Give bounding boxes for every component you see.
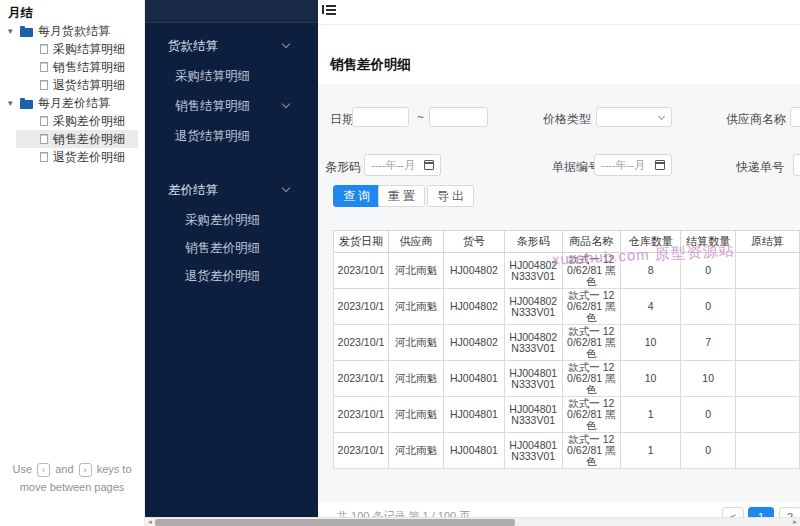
nav-item-1-1[interactable]: 销售差价明细 <box>185 240 260 256</box>
nav-sidebar-header <box>145 0 318 23</box>
scrollbar-thumb[interactable] <box>155 519 515 526</box>
cell-original <box>736 433 800 469</box>
nav-item-0-1[interactable]: 销售结算明细 <box>175 98 250 114</box>
date-placeholder: ----年--月 <box>601 158 655 173</box>
sidebar-tree: 月结 ▾每月货款结算采购结算明细销售结算明细退货结算明细▾每月差价结算采购差价明… <box>0 0 145 526</box>
cell-product: 款式一 120/62/81 黑色 <box>562 361 620 397</box>
nav-item-1-2[interactable]: 退货差价明细 <box>185 268 260 284</box>
nav-item-1-0[interactable]: 采购差价明细 <box>185 212 260 228</box>
tree-leaf-label: 采购差价明细 <box>53 113 125 130</box>
cell-item_no: HJ004802 <box>443 289 504 325</box>
tree-leaf-item[interactable]: 退货结算明细 <box>0 76 145 94</box>
cell-warehouse_qty: 8 <box>621 253 681 289</box>
supplier-input[interactable] <box>790 107 800 127</box>
cell-settle_qty: 10 <box>681 361 736 397</box>
cell-date: 2023/10/1 <box>334 289 389 325</box>
nav-item-label: 销售结算明细 <box>175 98 250 115</box>
tree-leaf-label: 退货结算明细 <box>53 77 125 94</box>
tree-leaf-label: 采购结算明细 <box>53 41 125 58</box>
column-header: 条形码 <box>504 231 562 253</box>
cell-warehouse_qty: 1 <box>621 397 681 433</box>
menu-fold-icon[interactable] <box>322 4 336 16</box>
hint-text: and <box>55 463 73 475</box>
query-button[interactable]: 查询 <box>333 185 380 207</box>
nav-item-0-0[interactable]: 采购结算明细 <box>175 68 250 84</box>
cell-date: 2023/10/1 <box>334 361 389 397</box>
export-button[interactable]: 导出 <box>427 185 474 207</box>
tree-menu: ▾每月货款结算采购结算明细销售结算明细退货结算明细▾每月差价结算采购差价明细销售… <box>0 22 145 166</box>
cell-settle_qty: 0 <box>681 397 736 433</box>
cell-warehouse_qty: 1 <box>621 433 681 469</box>
main-content: 销售差价明细 日期 ~ 价格类型 供应商名称 条形码 ----年--月 单据编号… <box>318 0 800 526</box>
sidebar-title: 月结 <box>8 5 33 22</box>
tree-leaf-label: 销售结算明细 <box>53 59 125 76</box>
cell-warehouse_qty: 4 <box>621 289 681 325</box>
tree-group-label: 每月货款结算 <box>38 23 110 40</box>
cell-item_no: HJ004802 <box>443 325 504 361</box>
tree-group-item[interactable]: ▾每月货款结算 <box>0 22 145 40</box>
cell-barcode: HJ004802N333V01 <box>504 253 562 289</box>
document-icon <box>40 116 48 126</box>
column-header: 供应商 <box>388 231 443 253</box>
horizontal-scrollbar[interactable]: ◄ ► <box>145 517 800 526</box>
calendar-icon <box>655 160 665 170</box>
document-icon <box>40 62 48 72</box>
hint-text: Use <box>12 463 32 475</box>
price-type-select[interactable] <box>596 107 672 127</box>
cell-original <box>736 325 800 361</box>
reset-button[interactable]: 重置 <box>378 185 425 207</box>
cell-supplier: 河北雨魁 <box>388 361 443 397</box>
cell-item_no: HJ004801 <box>443 397 504 433</box>
cell-barcode: HJ004801N333V01 <box>504 433 562 469</box>
chevron-down-icon <box>658 113 665 120</box>
chevron-down-icon <box>282 40 290 48</box>
nav-item-0-2[interactable]: 退货结算明细 <box>175 128 250 144</box>
folder-icon <box>20 100 33 109</box>
doc-no-date-picker[interactable]: ----年--月 <box>594 154 672 176</box>
table-row: 2023/10/1河北雨魁HJ004801HJ004801N333V01款式一 … <box>334 397 800 433</box>
tree-leaf-item[interactable]: 退货差价明细 <box>0 148 145 166</box>
tree-leaf-item[interactable]: 销售差价明细 <box>0 130 145 148</box>
nav-item-label: 采购差价明细 <box>185 212 260 229</box>
nav-section-0[interactable]: 货款结算 <box>168 38 218 54</box>
tree-leaf-item[interactable]: 采购结算明细 <box>0 40 145 58</box>
cell-date: 2023/10/1 <box>334 433 389 469</box>
cell-settle_qty: 7 <box>681 325 736 361</box>
chevron-down-icon <box>282 184 290 192</box>
cell-settle_qty: 0 <box>681 253 736 289</box>
tree-group-item[interactable]: ▾每月差价结算 <box>0 94 145 112</box>
cell-warehouse_qty: 10 <box>621 325 681 361</box>
cell-original <box>736 397 800 433</box>
tree-leaf-item[interactable]: 销售结算明细 <box>0 58 145 76</box>
key-next-icon: › <box>79 463 92 477</box>
folder-icon <box>20 28 33 37</box>
table-row: 2023/10/1河北雨魁HJ004801HJ004801N333V01款式一 … <box>334 433 800 469</box>
cell-product: 款式一 120/62/81 黑色 <box>562 325 620 361</box>
scroll-left-icon[interactable]: ◄ <box>145 518 155 526</box>
table-row: 2023/10/1河北雨魁HJ004802HJ004802N333V01款式一 … <box>334 253 800 289</box>
cell-date: 2023/10/1 <box>334 397 389 433</box>
table-row: 2023/10/1河北雨魁HJ004802HJ004802N333V01款式一 … <box>334 325 800 361</box>
table-row: 2023/10/1河北雨魁HJ004801HJ004801N333V01款式一 … <box>334 361 800 397</box>
date-from-input[interactable] <box>352 107 409 127</box>
date-to-input[interactable] <box>429 107 488 127</box>
tree-leaf-item[interactable]: 采购差价明细 <box>0 112 145 130</box>
cell-original <box>736 253 800 289</box>
date-range-separator: ~ <box>417 110 424 124</box>
keyboard-hint: Use ‹ and › keys to move between pages <box>6 460 138 496</box>
nav-item-label: 销售差价明细 <box>185 240 260 257</box>
cell-original <box>736 361 800 397</box>
top-bar <box>318 0 800 25</box>
cell-barcode: HJ004802N333V01 <box>504 325 562 361</box>
document-icon <box>40 80 48 90</box>
tree-group-label: 每月差价结算 <box>38 95 110 112</box>
scroll-right-icon[interactable]: ► <box>790 518 800 526</box>
key-prev-icon: ‹ <box>37 463 50 477</box>
nav-section-1[interactable]: 差价结算 <box>168 182 218 198</box>
date-label: 日期 <box>330 111 354 128</box>
cell-item_no: HJ004802 <box>443 253 504 289</box>
express-date-picker[interactable]: ----年--月 <box>793 154 800 176</box>
barcode-label: 条形码 <box>325 159 361 176</box>
barcode-date-picker[interactable]: ----年--月 <box>364 154 441 176</box>
nav-item-label: 采购结算明细 <box>175 68 250 85</box>
